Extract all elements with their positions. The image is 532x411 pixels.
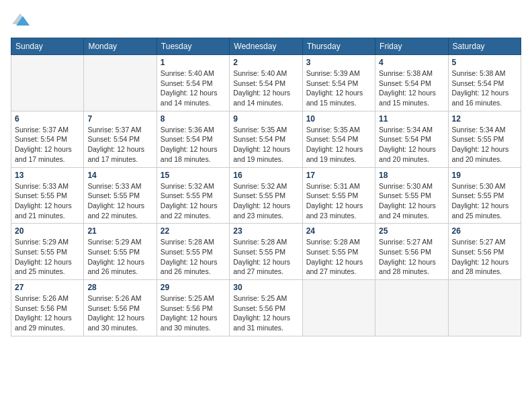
day-number: 1 <box>161 58 226 67</box>
day-info: Sunrise: 5:33 AMSunset: 5:55 PMDaylight:… <box>87 181 152 221</box>
day-number: 22 <box>161 226 226 236</box>
calendar-cell: 19Sunrise: 5:30 AMSunset: 5:55 PMDayligh… <box>448 167 521 224</box>
calendar-cell <box>302 280 375 336</box>
calendar-cell: 27Sunrise: 5:26 AMSunset: 5:56 PMDayligh… <box>11 280 84 336</box>
calendar-cell: 10Sunrise: 5:35 AMSunset: 5:54 PMDayligh… <box>302 111 375 167</box>
day-number: 7 <box>87 114 152 124</box>
day-info: Sunrise: 5:29 AMSunset: 5:55 PMDaylight:… <box>15 237 80 277</box>
day-number: 16 <box>233 171 298 180</box>
day-info: Sunrise: 5:29 AMSunset: 5:55 PMDaylight:… <box>87 237 152 277</box>
day-number: 21 <box>87 226 152 236</box>
day-info: Sunrise: 5:39 AMSunset: 5:54 PMDaylight:… <box>306 68 371 108</box>
day-number: 23 <box>233 226 298 236</box>
calendar-cell <box>11 55 84 111</box>
day-number: 2 <box>233 58 298 67</box>
day-number: 13 <box>15 171 80 180</box>
calendar-cell: 15Sunrise: 5:32 AMSunset: 5:55 PMDayligh… <box>157 167 229 224</box>
day-number: 20 <box>15 226 80 236</box>
calendar-cell: 5Sunrise: 5:38 AMSunset: 5:54 PMDaylight… <box>448 55 521 111</box>
calendar-cell: 28Sunrise: 5:26 AMSunset: 5:56 PMDayligh… <box>84 280 157 336</box>
calendar-cell: 13Sunrise: 5:33 AMSunset: 5:55 PMDayligh… <box>11 167 84 224</box>
day-info: Sunrise: 5:40 AMSunset: 5:54 PMDaylight:… <box>161 68 226 108</box>
day-info: Sunrise: 5:26 AMSunset: 5:56 PMDaylight:… <box>87 293 152 333</box>
day-info: Sunrise: 5:27 AMSunset: 5:56 PMDaylight:… <box>452 237 517 277</box>
calendar-cell: 24Sunrise: 5:28 AMSunset: 5:55 PMDayligh… <box>302 224 375 280</box>
day-info: Sunrise: 5:25 AMSunset: 5:56 PMDaylight:… <box>233 293 298 333</box>
calendar-cell: 30Sunrise: 5:25 AMSunset: 5:56 PMDayligh… <box>230 280 302 336</box>
calendar-cell: 20Sunrise: 5:29 AMSunset: 5:55 PMDayligh… <box>11 224 84 280</box>
calendar-cell: 2Sunrise: 5:40 AMSunset: 5:54 PMDaylight… <box>230 55 302 111</box>
day-number: 8 <box>161 114 226 124</box>
day-info: Sunrise: 5:26 AMSunset: 5:56 PMDaylight:… <box>15 293 80 333</box>
week-row-4: 20Sunrise: 5:29 AMSunset: 5:55 PMDayligh… <box>11 224 521 280</box>
day-number: 30 <box>233 283 298 292</box>
day-info: Sunrise: 5:38 AMSunset: 5:54 PMDaylight:… <box>452 68 517 108</box>
calendar-cell: 12Sunrise: 5:34 AMSunset: 5:55 PMDayligh… <box>448 111 521 167</box>
calendar-cell <box>375 280 448 336</box>
day-info: Sunrise: 5:36 AMSunset: 5:54 PMDaylight:… <box>161 125 226 165</box>
calendar-cell: 26Sunrise: 5:27 AMSunset: 5:56 PMDayligh… <box>448 224 521 280</box>
day-number: 17 <box>306 171 371 180</box>
calendar-cell: 14Sunrise: 5:33 AMSunset: 5:55 PMDayligh… <box>84 167 157 224</box>
calendar-cell <box>448 280 521 336</box>
day-number: 12 <box>452 114 517 124</box>
day-info: Sunrise: 5:35 AMSunset: 5:54 PMDaylight:… <box>306 125 371 165</box>
weekday-header-row: SundayMondayTuesdayWednesdayThursdayFrid… <box>11 38 521 55</box>
calendar-cell: 29Sunrise: 5:25 AMSunset: 5:56 PMDayligh… <box>157 280 229 336</box>
day-number: 29 <box>161 283 226 292</box>
logo-icon <box>11 11 30 30</box>
day-number: 28 <box>87 283 152 292</box>
weekday-header: Saturday <box>448 38 521 55</box>
weekday-header: Thursday <box>302 38 375 55</box>
calendar-cell: 16Sunrise: 5:32 AMSunset: 5:55 PMDayligh… <box>230 167 302 224</box>
day-number: 15 <box>161 171 226 180</box>
weekday-header: Monday <box>84 38 157 55</box>
day-info: Sunrise: 5:30 AMSunset: 5:55 PMDaylight:… <box>452 181 517 221</box>
calendar-cell: 7Sunrise: 5:37 AMSunset: 5:54 PMDaylight… <box>84 111 157 167</box>
calendar-cell: 4Sunrise: 5:38 AMSunset: 5:54 PMDaylight… <box>375 55 448 111</box>
day-info: Sunrise: 5:32 AMSunset: 5:55 PMDaylight:… <box>233 181 298 221</box>
day-info: Sunrise: 5:34 AMSunset: 5:55 PMDaylight:… <box>452 125 517 165</box>
day-info: Sunrise: 5:28 AMSunset: 5:55 PMDaylight:… <box>306 237 371 277</box>
weekday-header: Sunday <box>11 38 84 55</box>
day-number: 6 <box>15 114 80 124</box>
calendar-cell: 3Sunrise: 5:39 AMSunset: 5:54 PMDaylight… <box>302 55 375 111</box>
day-info: Sunrise: 5:35 AMSunset: 5:54 PMDaylight:… <box>233 125 298 165</box>
calendar-cell: 1Sunrise: 5:40 AMSunset: 5:54 PMDaylight… <box>157 55 229 111</box>
day-number: 25 <box>379 226 444 236</box>
page-header <box>11 11 521 30</box>
weekday-header: Friday <box>375 38 448 55</box>
day-info: Sunrise: 5:33 AMSunset: 5:55 PMDaylight:… <box>15 181 80 221</box>
day-number: 3 <box>306 58 371 67</box>
week-row-1: 1Sunrise: 5:40 AMSunset: 5:54 PMDaylight… <box>11 55 521 111</box>
day-info: Sunrise: 5:27 AMSunset: 5:56 PMDaylight:… <box>379 237 444 277</box>
day-info: Sunrise: 5:38 AMSunset: 5:54 PMDaylight:… <box>379 68 444 108</box>
day-number: 9 <box>233 114 298 124</box>
calendar-cell: 25Sunrise: 5:27 AMSunset: 5:56 PMDayligh… <box>375 224 448 280</box>
calendar-cell: 8Sunrise: 5:36 AMSunset: 5:54 PMDaylight… <box>157 111 229 167</box>
calendar-cell: 21Sunrise: 5:29 AMSunset: 5:55 PMDayligh… <box>84 224 157 280</box>
day-number: 4 <box>379 58 444 67</box>
day-info: Sunrise: 5:37 AMSunset: 5:54 PMDaylight:… <box>15 125 80 165</box>
day-number: 27 <box>15 283 80 292</box>
calendar-cell: 9Sunrise: 5:35 AMSunset: 5:54 PMDaylight… <box>230 111 302 167</box>
day-number: 10 <box>306 114 371 124</box>
day-info: Sunrise: 5:28 AMSunset: 5:55 PMDaylight:… <box>161 237 226 277</box>
weekday-header: Wednesday <box>230 38 302 55</box>
day-info: Sunrise: 5:32 AMSunset: 5:55 PMDaylight:… <box>161 181 226 221</box>
day-info: Sunrise: 5:40 AMSunset: 5:54 PMDaylight:… <box>233 68 298 108</box>
day-info: Sunrise: 5:37 AMSunset: 5:54 PMDaylight:… <box>87 125 152 165</box>
day-info: Sunrise: 5:34 AMSunset: 5:54 PMDaylight:… <box>379 125 444 165</box>
day-info: Sunrise: 5:31 AMSunset: 5:55 PMDaylight:… <box>306 181 371 221</box>
calendar-cell: 6Sunrise: 5:37 AMSunset: 5:54 PMDaylight… <box>11 111 84 167</box>
weekday-header: Tuesday <box>157 38 229 55</box>
day-info: Sunrise: 5:25 AMSunset: 5:56 PMDaylight:… <box>161 293 226 333</box>
week-row-5: 27Sunrise: 5:26 AMSunset: 5:56 PMDayligh… <box>11 280 521 336</box>
day-number: 5 <box>452 58 517 67</box>
day-number: 19 <box>452 171 517 180</box>
week-row-3: 13Sunrise: 5:33 AMSunset: 5:55 PMDayligh… <box>11 167 521 224</box>
day-number: 24 <box>306 226 371 236</box>
calendar-cell <box>84 55 157 111</box>
calendar-cell: 17Sunrise: 5:31 AMSunset: 5:55 PMDayligh… <box>302 167 375 224</box>
day-number: 11 <box>379 114 444 124</box>
